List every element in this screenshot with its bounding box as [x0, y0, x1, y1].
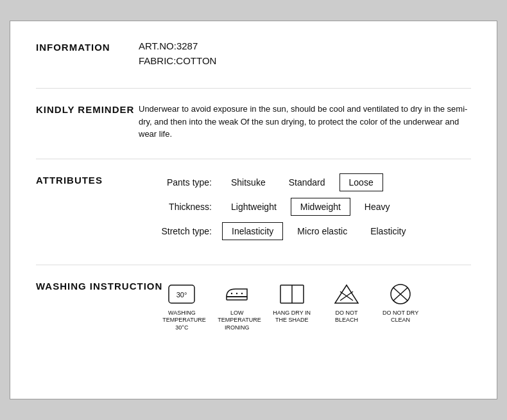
thickness-label: Thickness:	[139, 202, 222, 212]
reminder-content: Underwear to avoid exposure in the sun, …	[139, 103, 471, 141]
divider-2	[36, 159, 471, 159]
stretch-micro[interactable]: Micro elastic	[288, 223, 356, 240]
washing-label: WASHING INSTRUCTION	[36, 279, 162, 292]
low-temp-iron-label: LOW TEMPERATUREIRONING	[218, 310, 256, 332]
pants-type-label: Pants type:	[139, 177, 222, 188]
divider-1	[36, 88, 471, 89]
attributes-content: Pants type: Shitsuke Standard Loose Thic…	[139, 173, 471, 247]
stretch-inelasticity[interactable]: Inelasticity	[222, 222, 283, 240]
low-temp-iron-icon	[223, 282, 251, 306]
attributes-label: ATTRIBUTES	[36, 173, 139, 186]
wash-temp-item: 30° WASHINGTEMPERATURE 30°C	[162, 282, 201, 332]
reminder-section: KINDLY REMINDER Underwear to avoid expos…	[36, 103, 471, 141]
hang-dry-shade-label: HANG DRY INTHE SHADE	[273, 310, 311, 324]
svg-rect-2	[227, 297, 247, 300]
washing-content: 30° WASHINGTEMPERATURE 30°C	[162, 279, 471, 332]
information-label: INFORMATION	[36, 40, 139, 53]
do-not-dry-clean-icon	[386, 282, 415, 306]
fabric: FABRIC:COTTON	[139, 55, 471, 66]
reminder-text: Underwear to avoid exposure in the sun, …	[139, 103, 471, 141]
pants-loose[interactable]: Loose	[339, 173, 383, 191]
wash-temp-icon: 30°	[168, 282, 196, 306]
do-not-dry-clean-item: DO NOT DRYCLEAN	[382, 282, 418, 324]
thickness-heavy[interactable]: Heavy	[356, 198, 399, 215]
svg-point-4	[236, 292, 237, 293]
do-not-bleach-item: DO NOT BLEACH	[327, 282, 366, 324]
pants-standard[interactable]: Standard	[280, 174, 334, 191]
product-label-card: INFORMATION ART.NO:3287 FABRIC:COTTON KI…	[10, 21, 497, 399]
do-not-dry-clean-label: DO NOT DRYCLEAN	[382, 310, 418, 324]
art-no: ART.NO:3287	[139, 40, 471, 51]
svg-marker-8	[335, 285, 358, 303]
attributes-section: ATTRIBUTES Pants type: Shitsuke Standard…	[36, 173, 471, 247]
hang-dry-shade-item: HANG DRY INTHE SHADE	[273, 282, 311, 324]
do-not-bleach-icon	[332, 282, 361, 306]
stretch-type-label: Stretch type:	[139, 226, 222, 236]
svg-text:30°: 30°	[176, 291, 187, 299]
thickness-row: Thickness: Lightweight Midweight Heavy	[139, 198, 471, 216]
stretch-elasticity[interactable]: Elasticity	[361, 223, 415, 240]
washing-icons-row: 30° WASHINGTEMPERATURE 30°C	[162, 282, 471, 332]
divider-3	[36, 265, 471, 265]
pants-type-row: Pants type: Shitsuke Standard Loose	[139, 173, 471, 191]
hang-dry-shade-icon	[278, 282, 306, 306]
washing-section: WASHING INSTRUCTION 30° WASHINGTEMPERATU…	[36, 279, 471, 332]
pants-shitsuke[interactable]: Shitsuke	[222, 174, 275, 191]
information-content: ART.NO:3287 FABRIC:COTTON	[139, 40, 471, 70]
reminder-label: KINDLY REMINDER	[36, 103, 139, 115]
do-not-bleach-label: DO NOT BLEACH	[327, 310, 366, 324]
svg-point-5	[241, 292, 243, 293]
low-temp-iron-item: LOW TEMPERATUREIRONING	[218, 282, 256, 332]
thickness-midweight[interactable]: Midweight	[291, 198, 350, 216]
stretch-type-row: Stretch type: Inelasticity Micro elastic…	[139, 222, 471, 240]
thickness-lightweight[interactable]: Lightweight	[222, 198, 286, 215]
information-section: INFORMATION ART.NO:3287 FABRIC:COTTON	[36, 40, 471, 70]
svg-point-3	[231, 292, 232, 293]
wash-temp-label: WASHINGTEMPERATURE 30°C	[162, 310, 201, 332]
